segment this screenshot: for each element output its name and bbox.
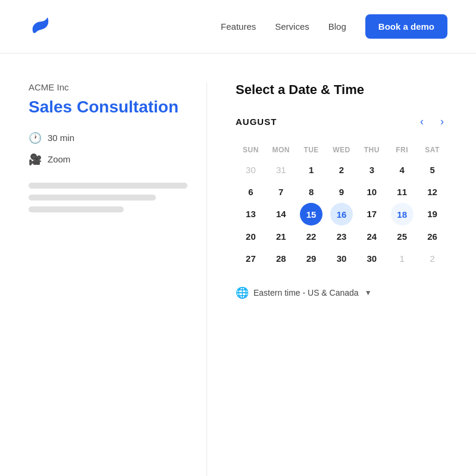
day-header-sat: SAT (417, 141, 447, 159)
cal-day-15-selected[interactable]: 15 (300, 203, 322, 226)
calendar-week-5: 27 28 29 30 30 1 2 (236, 248, 447, 270)
logo[interactable] (29, 16, 50, 37)
cal-day-next-1: 1 (387, 248, 417, 270)
cal-day-24[interactable]: 24 (356, 226, 387, 248)
cal-day-10[interactable]: 10 (356, 181, 387, 203)
header: Features Services Blog Book a demo (0, 0, 476, 54)
cal-day-7[interactable]: 7 (266, 181, 296, 203)
cal-day-19[interactable]: 19 (417, 203, 447, 226)
meeting-type-label: Zoom (48, 154, 70, 164)
cal-day-11[interactable]: 11 (387, 181, 417, 203)
calendar-grid: SUN MON TUE WED THU FRI SAT 30 31 1 2 3 … (236, 141, 447, 270)
calendar-week-4: 20 21 22 23 24 25 26 (236, 226, 447, 248)
left-panel: ACME Inc Sales Consultation 🕐 30 min 🎥 Z… (29, 82, 207, 476)
right-panel: Select a Date & Time AUGUST ‹ › SUN MON … (236, 82, 447, 476)
cal-day-13[interactable]: 13 (236, 203, 266, 226)
calendar-week-3: 13 14 15 16 17 18 19 (236, 203, 447, 226)
calendar-week-2: 6 7 8 9 10 11 12 (236, 181, 447, 203)
cal-day-25[interactable]: 25 (387, 226, 417, 248)
cal-day-3[interactable]: 3 (356, 159, 387, 181)
day-header-wed: WED (327, 141, 357, 159)
prev-month-button[interactable]: ‹ (416, 114, 427, 129)
cal-day-prev-31: 31 (266, 159, 296, 181)
day-header-sun: SUN (236, 141, 266, 159)
day-header-tue: TUE (296, 141, 327, 159)
cal-day-12[interactable]: 12 (417, 181, 447, 203)
duration-item: 🕐 30 min (29, 131, 187, 145)
nav-features[interactable]: Features (221, 21, 256, 32)
meeting-title: Sales Consultation (29, 97, 187, 117)
duration-label: 30 min (48, 133, 74, 143)
skeleton-line-2 (29, 195, 156, 201)
skeleton-line-3 (29, 206, 124, 212)
zoom-icon: 🎥 (29, 153, 42, 166)
cal-day-2[interactable]: 2 (327, 159, 357, 181)
cal-day-16-selected-light[interactable]: 16 (330, 203, 353, 226)
day-header-thu: THU (356, 141, 387, 159)
calendar-header: AUGUST ‹ › (236, 114, 447, 129)
book-demo-button[interactable]: Book a demo (365, 14, 447, 39)
timezone-chevron-icon: ▼ (365, 289, 372, 297)
cal-day-8[interactable]: 8 (296, 181, 327, 203)
calendar-month: AUGUST (236, 117, 277, 127)
cal-day-27[interactable]: 27 (236, 248, 266, 270)
next-month-button[interactable]: › (437, 114, 447, 129)
cal-day-14[interactable]: 14 (266, 203, 296, 226)
cal-day-1[interactable]: 1 (296, 159, 327, 181)
cal-day-9[interactable]: 9 (327, 181, 357, 203)
cal-day-prev-30: 30 (236, 159, 266, 181)
calendar-week-1: 30 31 1 2 3 4 5 (236, 159, 447, 181)
day-header-fri: FRI (387, 141, 417, 159)
cal-day-29[interactable]: 29 (296, 248, 327, 270)
cal-day-18-today[interactable]: 18 (391, 203, 414, 226)
section-title: Select a Date & Time (236, 82, 447, 98)
timezone-row[interactable]: 🌐 Eastern time - US & Canada ▼ (236, 286, 447, 299)
nav: Features Services Blog Book a demo (221, 14, 447, 39)
calendar-nav: ‹ › (416, 114, 447, 129)
skeleton-line-1 (29, 183, 187, 189)
clock-icon: 🕐 (29, 131, 42, 145)
cal-day-4[interactable]: 4 (387, 159, 417, 181)
company-name: ACME Inc (29, 82, 187, 92)
timezone-label: Eastern time - US & Canada (253, 288, 359, 298)
cal-day-30b[interactable]: 30 (356, 248, 387, 270)
cal-day-30[interactable]: 30 (327, 248, 357, 270)
cal-day-23[interactable]: 23 (327, 226, 357, 248)
cal-day-20[interactable]: 20 (236, 226, 266, 248)
cal-day-6[interactable]: 6 (236, 181, 266, 203)
skeleton-lines (29, 183, 187, 212)
meeting-type-item: 🎥 Zoom (29, 153, 187, 166)
cal-day-21[interactable]: 21 (266, 226, 296, 248)
cal-day-5[interactable]: 5 (417, 159, 447, 181)
nav-services[interactable]: Services (275, 21, 309, 32)
day-header-mon: MON (266, 141, 296, 159)
cal-day-next-2: 2 (417, 248, 447, 270)
cal-day-22[interactable]: 22 (296, 226, 327, 248)
globe-icon: 🌐 (236, 286, 249, 299)
calendar-days-header: SUN MON TUE WED THU FRI SAT (236, 141, 447, 159)
nav-blog[interactable]: Blog (328, 21, 346, 32)
cal-day-26[interactable]: 26 (417, 226, 447, 248)
cal-day-17[interactable]: 17 (356, 203, 387, 226)
main-content: ACME Inc Sales Consultation 🕐 30 min 🎥 Z… (0, 54, 476, 476)
cal-day-28[interactable]: 28 (266, 248, 296, 270)
